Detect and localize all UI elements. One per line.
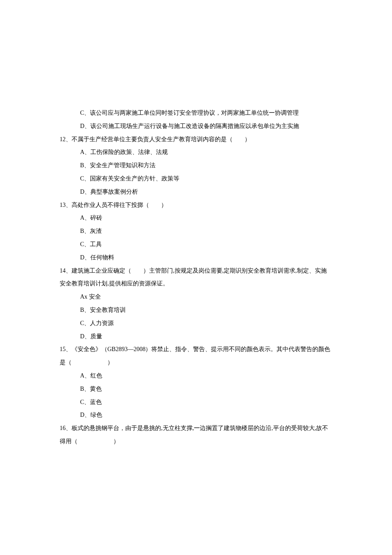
option-14-c: C、人力资源 xyxy=(60,317,332,330)
option-14-d: D、质量 xyxy=(60,330,332,343)
document-page: C、该公司应与两家施工单位同时签订安全管理协议，对两家施工单位统一协调管理 D、… xyxy=(0,0,392,491)
option-12-d: D、典型事故案例分析 xyxy=(60,186,332,199)
option-13-a: A、碎砖 xyxy=(60,212,332,225)
option-13-c: C、工具 xyxy=(60,238,332,251)
option-12-a: A、工伤保险的政策、法律、法规 xyxy=(60,146,332,159)
option-15-c: C、蓝色 xyxy=(60,396,332,409)
option-13-b: B、灰渣 xyxy=(60,225,332,238)
option-12-b: B、安全生产管理知识和方法 xyxy=(60,159,332,172)
option-15-a: A、红色 xyxy=(60,369,332,383)
option-12-c: C、国家有关安全生产的方针、政策等 xyxy=(60,172,332,186)
question-13-stem: 13、高处作业人员不得往下投掷（ ） xyxy=(60,199,332,212)
option-13-d: D、任何物料 xyxy=(60,251,332,264)
option-14-a: Ax 安全 xyxy=(60,291,332,304)
question-16-stem: 16、板式的悬挑钢平台，由于是悬挑的,无立柱支撑,一边搁置了建筑物楼层的边沿,平… xyxy=(60,422,332,448)
option-14-b: B、安全教育培训 xyxy=(60,304,332,317)
question-14-stem: 14、建筑施工企业应确定（ ）主管部门,按规定及岗位需要,定期识别安全教育培训需… xyxy=(60,264,332,291)
option-11-c: C、该公司应与两家施工单位同时签订安全管理协议，对两家施工单位统一协调管理 xyxy=(60,107,332,120)
question-12-stem: 12、不属于生产经营单位主要负责人安全生产教育培训内容的是（ ） xyxy=(60,133,332,146)
option-15-d: D、绿色 xyxy=(60,409,332,422)
question-15-stem: 15、《安全色》（GB2893—2008）将禁止、指令、警告、提示用不同的颜色表… xyxy=(60,343,332,369)
option-15-b: B、黄色 xyxy=(60,383,332,396)
option-11-d: D、该公司施工现场生产运行设备与施工改造设备的隔离措施应以承包单位为主实施 xyxy=(60,120,332,133)
